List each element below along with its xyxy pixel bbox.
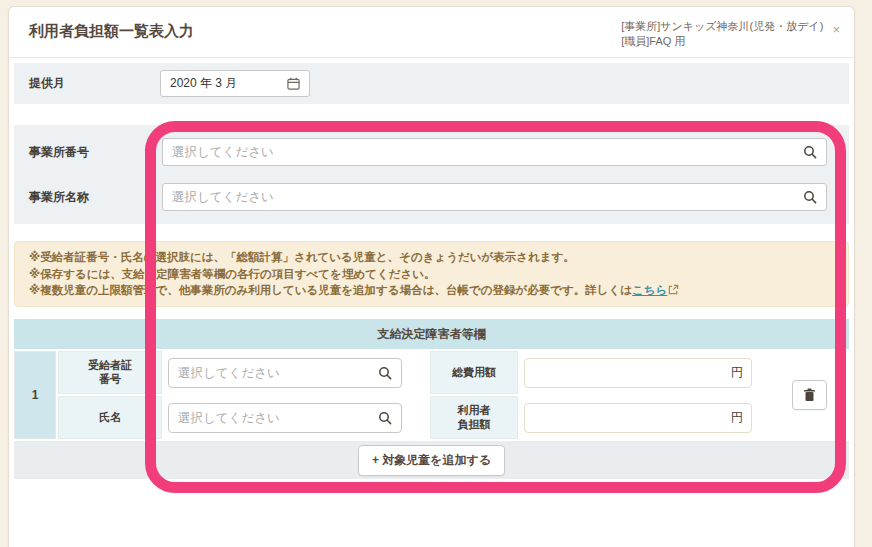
calendar-icon: [287, 77, 300, 90]
delete-row-button[interactable]: [792, 380, 827, 410]
external-link-icon: [668, 284, 679, 295]
search-icon: [378, 411, 392, 425]
user-burden-label: 利用者 負担額: [430, 396, 518, 439]
page-title: 利用者負担額一覧表入力: [29, 19, 194, 41]
session-staff: [職員]FAQ 用: [621, 34, 823, 49]
recipient-number-cell: [164, 351, 428, 394]
total-cost-field[interactable]: 円: [524, 358, 752, 388]
table-footer: + 対象児童を追加する: [14, 441, 849, 479]
session-context: [事業所]サンキッズ神奈川(児発・放デイ) [職員]FAQ 用 ×: [621, 19, 842, 50]
session-context-text: [事業所]サンキッズ神奈川(児発・放デイ) [職員]FAQ 用: [621, 19, 823, 50]
search-icon: [378, 366, 392, 380]
search-icon: [803, 190, 817, 204]
month-input[interactable]: 2020 年 3 月: [160, 70, 310, 97]
required-asterisk: *: [145, 145, 162, 160]
note-line: ※受給者証番号・氏名の選択肢には、「総額計算」されている児童と、そのきょうだいが…: [29, 249, 834, 266]
total-cost-cell: 円: [520, 351, 768, 394]
user-burden-input[interactable]: [533, 410, 731, 425]
child-name-cell: [164, 396, 428, 439]
office-section: 事業所番号 * 事業所名称 *: [14, 125, 849, 224]
beneficiary-table: 支給決定障害者等欄 1 受給者証 番号: [14, 319, 849, 479]
delete-row-cell: [770, 351, 849, 439]
month-section: 提供月 2020 年 3 月: [14, 63, 849, 104]
recipient-number-label: 受給者証 番号: [58, 351, 162, 394]
session-office: [事業所]サンキッズ神奈川(児発・放デイ): [621, 19, 823, 34]
required-asterisk: *: [145, 190, 162, 205]
table-header: 支給決定障害者等欄: [14, 319, 849, 349]
office-number-label: 事業所番号: [29, 144, 145, 161]
row-index: 1: [14, 351, 56, 439]
note-line: ※保存するには、支給決定障害者等欄の各行の項目すべてを埋めてください。: [29, 266, 834, 283]
office-number-input[interactable]: [172, 145, 803, 159]
child-name-select[interactable]: [168, 403, 402, 433]
main-panel: 利用者負担額一覧表入力 [事業所]サンキッズ神奈川(児発・放デイ) [職員]FA…: [8, 6, 855, 547]
total-cost-label: 総費用額: [430, 351, 518, 394]
user-burden-cell: 円: [520, 396, 768, 439]
close-icon[interactable]: ×: [830, 19, 842, 40]
details-link[interactable]: こちら: [632, 284, 667, 296]
office-number-row: 事業所番号 *: [29, 138, 827, 166]
office-name-label: 事業所名称: [29, 189, 145, 206]
panel-body: 提供月 2020 年 3 月 事業所番号 *: [9, 58, 854, 484]
office-name-input[interactable]: [172, 190, 803, 204]
table-row: 1 受給者証 番号 総費用額: [14, 351, 849, 439]
add-child-button[interactable]: + 対象児童を追加する: [358, 445, 505, 476]
child-name-label: 氏名: [58, 396, 162, 439]
total-cost-input[interactable]: [533, 365, 731, 380]
office-name-select[interactable]: [162, 183, 827, 211]
panel-header: 利用者負担額一覧表入力 [事業所]サンキッズ神奈川(児発・放デイ) [職員]FA…: [9, 7, 854, 58]
note-line: ※複数児童の上限額管理で、他事業所のみ利用している児童を追加する場合は、台帳での…: [29, 282, 834, 299]
yen-suffix: 円: [731, 364, 743, 381]
office-name-row: 事業所名称 *: [29, 183, 827, 211]
recipient-number-input[interactable]: [178, 366, 378, 380]
trash-icon: [803, 388, 816, 402]
child-name-input[interactable]: [178, 411, 378, 425]
yen-suffix: 円: [731, 409, 743, 426]
user-burden-field[interactable]: 円: [524, 403, 752, 433]
search-icon: [803, 145, 817, 159]
month-value: 2020 年 3 月: [170, 75, 237, 92]
month-label: 提供月: [29, 75, 160, 92]
recipient-number-select[interactable]: [168, 358, 402, 388]
office-number-select[interactable]: [162, 138, 827, 166]
notes-box: ※受給者証番号・氏名の選択肢には、「総額計算」されている児童と、そのきょうだいが…: [14, 241, 849, 307]
